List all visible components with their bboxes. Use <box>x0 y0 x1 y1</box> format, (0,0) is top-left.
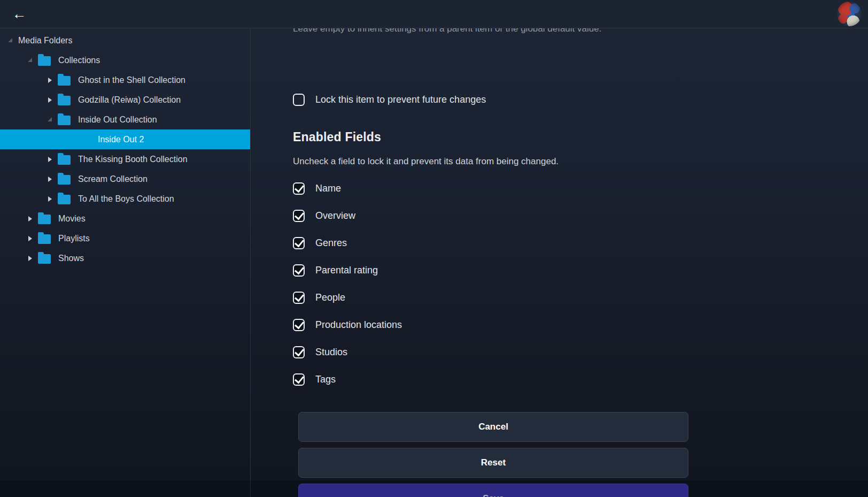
expand-toggle-icon[interactable] <box>44 74 56 86</box>
folder-icon <box>58 96 71 105</box>
folder-icon <box>58 76 71 86</box>
folder-icon <box>58 195 71 204</box>
field-checkbox[interactable] <box>293 346 305 358</box>
field-row-name[interactable]: Name <box>293 182 402 194</box>
lock-item-row[interactable]: Lock this item to prevent future changes <box>293 94 486 106</box>
lock-item-checkbox[interactable] <box>293 94 305 106</box>
tree-item-to-all-the-boys-collection[interactable]: To All the Boys Collection <box>0 189 250 209</box>
expand-toggle-icon[interactable] <box>44 193 56 205</box>
field-label: Overview <box>315 210 355 221</box>
field-checkbox[interactable] <box>293 264 305 277</box>
expand-toggle-icon[interactable] <box>44 154 56 165</box>
expand-toggle-icon[interactable] <box>44 94 56 106</box>
tree-item-label: To All the Boys Collection <box>78 194 174 204</box>
tree-item-movies[interactable]: Movies <box>0 209 250 228</box>
tree-item-scream-collection[interactable]: Scream Collection <box>0 169 250 189</box>
field-checkbox[interactable] <box>293 373 305 386</box>
field-row-studios[interactable]: Studios <box>293 346 402 358</box>
tree-item-label: Inside Out Collection <box>78 115 157 125</box>
folder-icon <box>58 155 71 165</box>
cancel-button[interactable]: Cancel <box>298 412 688 442</box>
toggle-spacer <box>64 134 75 146</box>
field-label: People <box>315 292 345 303</box>
tree-item-collections[interactable]: Collections <box>0 50 250 70</box>
field-label: Studios <box>315 347 347 358</box>
media-folders-tree: Media Folders Collections Ghost in the S… <box>0 30 250 268</box>
expand-toggle-icon[interactable] <box>24 253 36 264</box>
reset-button[interactable]: Reset <box>298 448 688 478</box>
field-row-tags[interactable]: Tags <box>293 373 402 385</box>
tree-item-label: Shows <box>58 254 84 263</box>
field-checkbox[interactable] <box>293 182 305 195</box>
save-button[interactable]: Save <box>298 484 688 497</box>
field-checkbox[interactable] <box>293 292 305 304</box>
collapse-toggle-icon[interactable] <box>4 35 16 47</box>
tree-item-label: Inside Out 2 <box>98 135 144 144</box>
tree-item-the-kissing-booth-collection[interactable]: The Kissing Booth Collection <box>0 149 250 169</box>
field-label: Parental rating <box>315 265 378 276</box>
field-label: Tags <box>315 374 336 385</box>
app-window: ← Media Folders Collections Ghost in the… <box>0 0 868 497</box>
collapse-toggle-icon[interactable] <box>24 55 36 66</box>
field-label: Production locations <box>315 319 402 331</box>
tree-item-inside-out-2[interactable]: Inside Out 2 <box>0 129 250 149</box>
field-checkbox[interactable] <box>293 237 305 249</box>
folder-icon <box>38 215 51 224</box>
lock-item-label: Lock this item to prevent future changes <box>315 94 486 105</box>
expand-toggle-icon[interactable] <box>44 173 56 185</box>
tree-item-label: Ghost in the Shell Collection <box>78 75 185 85</box>
field-row-parental-rating[interactable]: Parental rating <box>293 264 402 276</box>
back-arrow-icon: ← <box>12 7 27 21</box>
tree-item-playlists[interactable]: Playlists <box>0 228 250 248</box>
folder-icon <box>38 254 51 264</box>
tree-item-media-folders[interactable]: Media Folders <box>0 30 250 50</box>
field-checkbox[interactable] <box>293 319 305 331</box>
field-row-people[interactable]: People <box>293 292 402 303</box>
folder-icon <box>38 234 51 244</box>
field-checkbox[interactable] <box>293 210 305 222</box>
tree-item-label: Godzilla (Reiwa) Collection <box>78 95 181 105</box>
tree-item-ghost-in-the-shell-collection[interactable]: Ghost in the Shell Collection <box>0 70 250 90</box>
tree-item-label: Playlists <box>58 234 90 243</box>
field-row-genres[interactable]: Genres <box>293 237 402 249</box>
top-bar: ← <box>0 0 868 28</box>
enabled-fields-description: Uncheck a field to lock it and prevent i… <box>293 156 559 167</box>
tree-item-inside-out-collection[interactable]: Inside Out Collection <box>0 110 250 129</box>
back-button[interactable]: ← <box>7 2 31 26</box>
expand-toggle-icon[interactable] <box>24 213 36 225</box>
media-tree-sidebar: Media Folders Collections Ghost in the S… <box>0 28 251 497</box>
tree-item-label: Media Folders <box>18 36 72 45</box>
field-label: Name <box>315 183 341 194</box>
folder-icon <box>38 56 51 66</box>
field-row-production-locations[interactable]: Production locations <box>293 319 402 331</box>
enabled-fields-title: Enabled Fields <box>293 130 381 144</box>
form-actions: Cancel Reset Save <box>298 412 688 497</box>
tree-item-label: The Kissing Booth Collection <box>78 155 188 164</box>
folder-icon <box>58 175 71 185</box>
tree-item-label: Collections <box>58 56 100 65</box>
collapse-toggle-icon[interactable] <box>44 114 56 126</box>
tree-item-label: Movies <box>58 214 86 224</box>
field-row-overview[interactable]: Overview <box>293 210 402 221</box>
tree-item-label: Scream Collection <box>78 174 148 184</box>
expand-toggle-icon[interactable] <box>24 233 36 244</box>
tree-item-shows[interactable]: Shows <box>0 248 250 268</box>
enabled-fields-list: Name Overview Genres Parental rating Peo… <box>293 182 402 385</box>
field-label: Genres <box>315 238 347 249</box>
user-avatar[interactable] <box>837 2 862 26</box>
folder-icon <box>58 116 71 125</box>
metadata-editor-panel: Leave empty to inherit settings from a p… <box>251 28 868 497</box>
tree-item-godzilla-reiwa-collection[interactable]: Godzilla (Reiwa) Collection <box>0 90 250 110</box>
